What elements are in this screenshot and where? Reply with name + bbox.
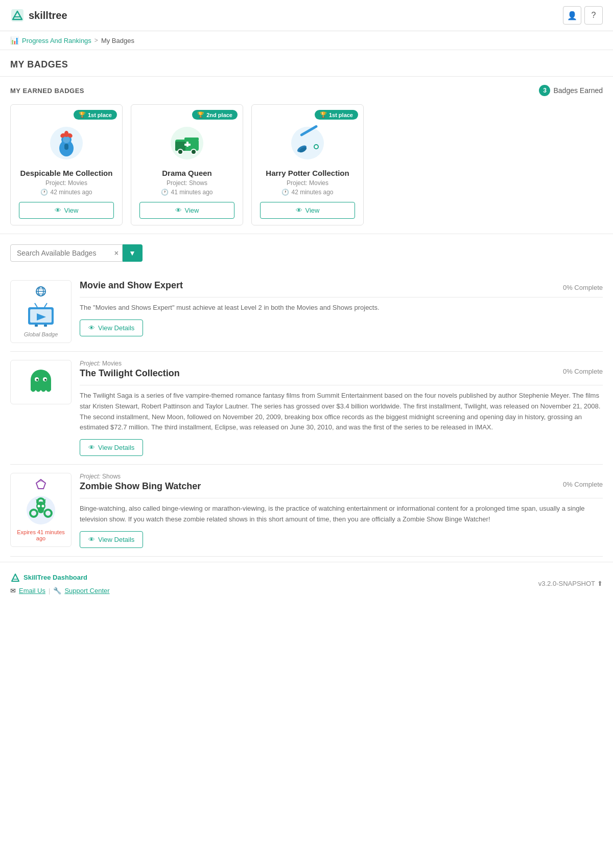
badge-card-project-1: Project: Shows	[167, 179, 207, 187]
help-button[interactable]: ?	[584, 6, 603, 25]
footer-links: ✉ Email Us | 🔧 Support Center	[10, 587, 110, 595]
item-divider-1	[80, 385, 603, 385]
item-desc-1: The Twilight Saga is a series of five va…	[80, 391, 603, 433]
clock-icon-2: 🕐	[281, 189, 289, 196]
available-badge-img-2	[25, 494, 58, 527]
available-badge-label-0: Global Badge	[24, 331, 58, 337]
badge-card-inner-1: Drama Queen Project: Shows 🕐 41 minutes …	[131, 105, 243, 225]
svg-point-25	[315, 145, 318, 148]
badge-card-project-2: Project: Movies	[287, 179, 328, 187]
breadcrumb: 📊 Progress And Rankings > My Badges	[0, 31, 613, 50]
badge-svg-0	[49, 125, 84, 161]
tier-diamond-icon-2	[35, 478, 46, 490]
user-button[interactable]: 👤	[563, 6, 581, 25]
breadcrumb-parent-link[interactable]: Progress And Rankings	[22, 37, 91, 44]
badge-svg-2	[290, 125, 325, 161]
support-icon: 🔧	[53, 587, 61, 595]
badge-icon-area-0	[49, 125, 84, 163]
badge-view-btn-2[interactable]: 👁 View	[260, 202, 355, 219]
item-percent-0: 0% Complete	[563, 284, 603, 291]
available-badges-list: Global Badge Movie and Show Expert 0% Co…	[0, 267, 613, 562]
item-percent-2: 0% Complete	[563, 481, 603, 488]
svg-point-42	[36, 379, 38, 381]
filter-button[interactable]: ▼	[123, 244, 143, 262]
item-title-0: Movie and Show Expert	[80, 280, 183, 291]
place-tag-0: 🏆 1st place	[74, 110, 117, 120]
available-item-content-1: Project: Movies The Twilight Collection …	[80, 360, 603, 456]
filter-icon: ▼	[129, 249, 136, 257]
svg-rect-19	[184, 144, 191, 146]
email-link[interactable]: Email Us	[19, 587, 45, 595]
badge-card-name-1: Drama Queen	[162, 169, 212, 177]
item-header-2: Project: Shows Zombie Show Bing Watcher …	[80, 473, 603, 496]
clock-icon-1: 🕐	[161, 189, 169, 196]
earned-header: MY EARNED BADGES 3 Badges Earned	[10, 85, 603, 96]
footer-left: SkillTree Dashboard ✉ Email Us | 🔧 Suppo…	[10, 573, 110, 595]
badge-icon-area-1	[169, 125, 205, 163]
footer-version: v3.2.0-SNAPSHOT ⬆	[538, 580, 603, 587]
available-item-content-0: Movie and Show Expert 0% Complete The "M…	[80, 280, 603, 336]
skilltree-logo-icon	[10, 8, 25, 22]
available-item-0: Global Badge Movie and Show Expert 0% Co…	[10, 272, 603, 352]
svg-point-16	[178, 149, 183, 154]
footer-sep: |	[49, 587, 50, 595]
eye-icon-details-1: 👁	[88, 444, 95, 451]
item-project-title-area-2: Project: Shows Zombie Show Bing Watcher	[80, 473, 201, 496]
badge-view-btn-0[interactable]: 👁 View	[19, 202, 114, 219]
view-details-btn-2[interactable]: 👁 View Details	[80, 531, 143, 548]
item-header-1: Project: Movies The Twilight Collection …	[80, 360, 603, 383]
email-icon: ✉	[10, 587, 16, 595]
app-header: skilltree 👤 ?	[0, 0, 613, 31]
place-icon-2: 🏆	[320, 111, 327, 118]
search-input[interactable]	[10, 244, 123, 262]
place-tag-1: 🏆 2nd place	[192, 110, 238, 120]
badge-view-btn-1[interactable]: 👁 View	[139, 202, 234, 219]
badge-card-2: 🏆 1st place	[251, 104, 364, 225]
item-title-1: The Twilight Collection	[80, 368, 180, 379]
item-title-2: Zombie Show Bing Watcher	[80, 481, 201, 492]
badges-count-badge: 3	[539, 85, 550, 96]
place-icon-0: 🏆	[79, 111, 86, 118]
badge-icon-area-2	[290, 125, 325, 163]
place-icon-1: 🏆	[197, 111, 204, 118]
item-project-1: Project: Movies	[80, 360, 180, 367]
svg-marker-45	[36, 479, 45, 483]
svg-point-55	[41, 505, 44, 508]
badge-card-time-1: 🕐 41 minutes ago	[161, 189, 213, 196]
header-buttons: 👤 ?	[563, 6, 603, 25]
available-badge-img-0	[26, 301, 56, 329]
item-desc-2: Binge-watching, also called binge-viewin…	[80, 504, 603, 525]
page-title: MY BADGES	[10, 59, 603, 70]
svg-point-17	[191, 149, 196, 154]
item-header-0: Movie and Show Expert 0% Complete	[80, 280, 603, 295]
badge-svg-1	[169, 125, 205, 161]
badges-count-area: 3 Badges Earned	[539, 85, 603, 96]
item-divider-0	[80, 297, 603, 298]
badges-count-label: Badges Earned	[553, 86, 603, 95]
item-divider-2	[80, 498, 603, 498]
earned-section-title: MY EARNED BADGES	[10, 87, 84, 95]
svg-point-43	[44, 379, 46, 381]
svg-rect-11	[64, 144, 68, 150]
tier-globe-icon-0	[35, 286, 46, 297]
svg-line-37	[44, 303, 47, 307]
badge-card-time-0: 🕐 42 minutes ago	[40, 189, 92, 196]
view-details-btn-1[interactable]: 👁 View Details	[80, 439, 143, 456]
badge-card-project-0: Project: Movies	[45, 179, 87, 187]
eye-icon-details-2: 👁	[88, 536, 95, 543]
clock-icon-0: 🕐	[40, 189, 48, 196]
footer-logo: SkillTree Dashboard	[10, 573, 87, 583]
earned-badges-section: MY EARNED BADGES 3 Badges Earned 🏆 1st p…	[0, 77, 613, 234]
search-clear-button[interactable]: ×	[114, 249, 119, 257]
svg-point-10	[64, 133, 68, 137]
breadcrumb-separator: >	[95, 37, 98, 44]
item-project-2: Project: Shows	[80, 473, 201, 480]
svg-line-36	[35, 303, 37, 307]
version-icon: ⬆	[597, 580, 603, 587]
logo-area: skilltree	[10, 8, 67, 22]
view-details-btn-0[interactable]: 👁 View Details	[80, 319, 143, 336]
svg-rect-39	[31, 380, 51, 390]
support-link[interactable]: Support Center	[64, 587, 109, 595]
logo-text: skilltree	[29, 10, 67, 21]
eye-icon-0: 👁	[55, 207, 61, 214]
